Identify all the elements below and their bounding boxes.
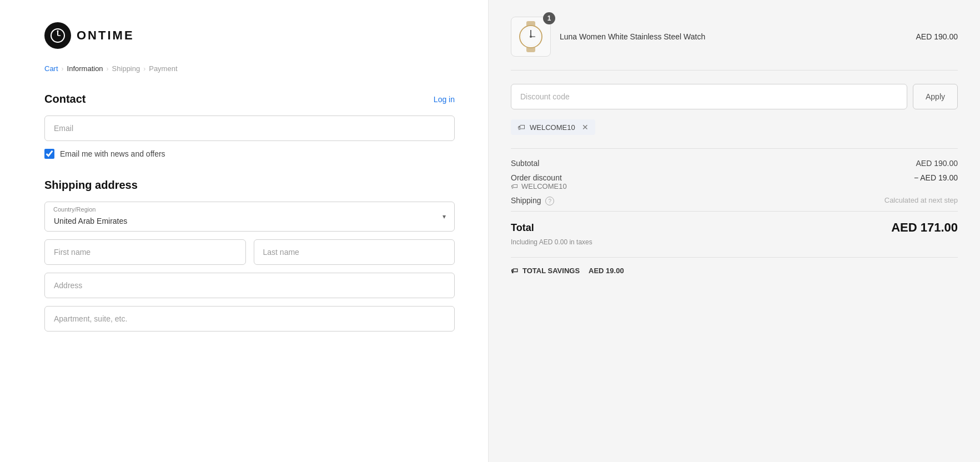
apt-field[interactable] [44, 306, 455, 332]
total-label: Total [511, 222, 534, 234]
order-discount-row: Order discount 🏷 WELCOME10 − AED 19.00 [511, 173, 958, 190]
newsletter-row: Email me with news and offers [44, 149, 455, 159]
shipping-row: Shipping ? Calculated at next step [511, 196, 958, 205]
product-name: Luna Women White Stainless Steel Watch [560, 32, 705, 41]
breadcrumb-sep-1: › [62, 65, 64, 73]
breadcrumb-shipping: Shipping [112, 64, 140, 73]
subtotal-label: Subtotal [511, 159, 539, 168]
savings-tag-icon: 🏷 [511, 267, 518, 275]
remove-coupon-button[interactable]: ✕ [582, 123, 589, 132]
last-name-field[interactable] [254, 239, 455, 265]
tax-note: Including AED 0.00 in taxes [511, 238, 958, 246]
name-row [44, 239, 455, 265]
apply-button[interactable]: Apply [913, 84, 958, 109]
order-discount-code-row: 🏷 WELCOME10 [511, 182, 567, 190]
total-value: AED 171.00 [891, 220, 958, 235]
savings-label: TOTAL SAVINGS [522, 267, 580, 275]
newsletter-checkbox[interactable] [44, 149, 54, 159]
logo-icon [44, 22, 71, 49]
email-field[interactable] [44, 116, 455, 141]
product-row: 1 Luna Women White Stainless Steel Watch… [511, 17, 958, 71]
shipping-title: Shipping address [44, 179, 455, 192]
coupon-tag: 🏷 WELCOME10 ✕ [511, 119, 595, 135]
order-discount-value: − AED 19.00 [914, 173, 958, 182]
left-panel: ONTIME Cart › Information › Shipping › P… [0, 0, 489, 462]
logo-text: ONTIME [77, 28, 134, 43]
tag-icon: 🏷 [517, 123, 525, 132]
product-quantity-badge: 1 [543, 12, 555, 24]
breadcrumb: Cart › Information › Shipping › Payment [44, 64, 455, 73]
discount-code-row: Apply [511, 84, 958, 109]
coupon-code-label: WELCOME10 [530, 123, 575, 132]
contact-title: Contact [44, 93, 86, 106]
breadcrumb-payment: Payment [149, 64, 177, 73]
country-select[interactable]: United Arab Emirates [44, 202, 455, 232]
savings-row: 🏷 TOTAL SAVINGS AED 19.00 [511, 257, 958, 275]
order-summary: Subtotal AED 190.00 Order discount 🏷 WEL… [511, 148, 958, 275]
total-row: Total AED 171.00 [511, 211, 958, 235]
discount-tag-icon: 🏷 [511, 182, 518, 190]
login-link[interactable]: Log in [434, 95, 455, 104]
savings-value: AED 19.00 [589, 267, 624, 275]
shipping-info-icon: ? [545, 197, 554, 205]
right-panel: 1 Luna Women White Stainless Steel Watch… [489, 0, 980, 462]
breadcrumb-sep-2: › [107, 65, 109, 73]
breadcrumb-sep-3: › [143, 65, 145, 73]
subtotal-value: AED 190.00 [916, 159, 958, 168]
logo: ONTIME [44, 22, 455, 49]
order-discount-code: WELCOME10 [521, 182, 567, 190]
breadcrumb-cart[interactable]: Cart [44, 64, 58, 73]
discount-input[interactable] [511, 84, 907, 109]
product-info: Luna Women White Stainless Steel Watch [560, 32, 907, 41]
product-price: AED 190.00 [916, 32, 958, 41]
svg-point-10 [530, 36, 532, 38]
svg-point-3 [57, 31, 59, 32]
contact-header: Contact Log in [44, 93, 455, 106]
subtotal-row: Subtotal AED 190.00 [511, 159, 958, 168]
breadcrumb-information: Information [67, 64, 103, 73]
order-discount-label: Order discount [511, 173, 567, 182]
address-field[interactable] [44, 273, 455, 298]
product-image-wrapper: 1 [511, 17, 551, 57]
first-name-field[interactable] [44, 239, 246, 265]
country-select-wrapper: Country/Region United Arab Emirates ▾ [44, 202, 455, 232]
shipping-label: Shipping ? [511, 196, 554, 205]
newsletter-label: Email me with news and offers [60, 149, 165, 158]
shipping-value: Calculated at next step [884, 196, 958, 204]
